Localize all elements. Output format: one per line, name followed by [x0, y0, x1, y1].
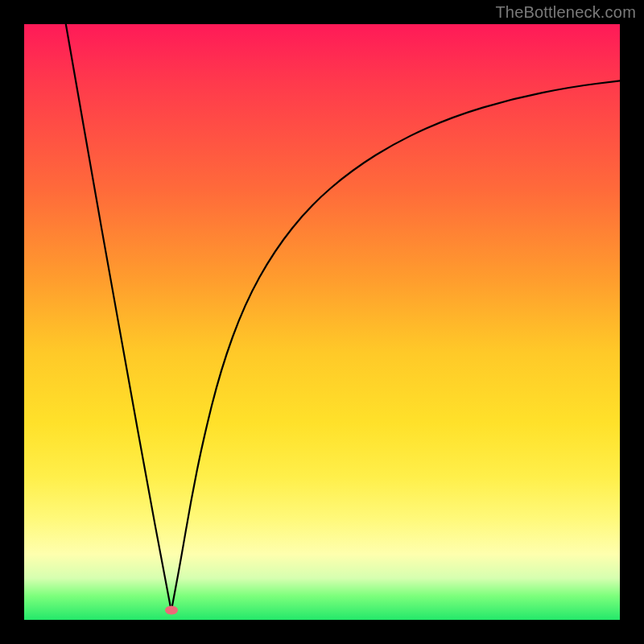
plot-area — [24, 24, 620, 620]
watermark-text: TheBottleneck.com — [495, 3, 636, 22]
chart-frame: TheBottleneck.com — [0, 0, 644, 644]
minimum-marker — [165, 606, 178, 615]
curve-right-branch — [171, 80, 620, 611]
curve-left-branch — [66, 24, 171, 611]
bottleneck-curve — [24, 24, 620, 620]
